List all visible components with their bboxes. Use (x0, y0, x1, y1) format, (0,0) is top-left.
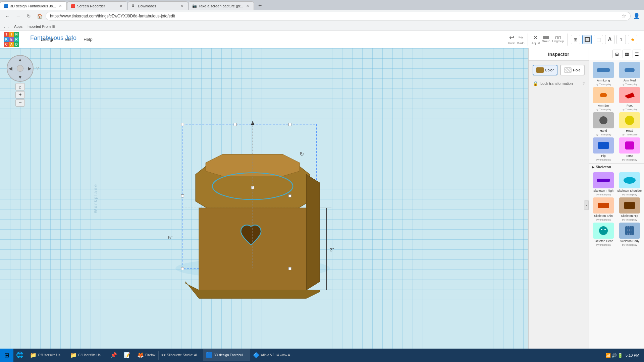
svg-marker-8 (306, 174, 320, 290)
shape-arm-long[interactable]: Arm Long by Tinkerplay (591, 62, 616, 86)
hole-label: Hole (573, 68, 581, 72)
tab-2-close[interactable]: × (118, 3, 124, 9)
tab-1[interactable]: 🟦 3D design Fantabulous Jo... × (0, 1, 67, 10)
favorites-icon[interactable]: 1 (616, 35, 626, 44)
text-icon[interactable]: A (605, 35, 614, 44)
ie-icon: 🌐 (16, 351, 23, 359)
shape-skeleton-shoulder[interactable]: Skeleton Shoulder by tinkerplay (617, 172, 642, 196)
svg-rect-35 (597, 68, 610, 72)
tab-1-close[interactable]: × (58, 3, 63, 9)
grid-view-icon[interactable]: ⊞ (571, 35, 580, 44)
ungroup-button[interactable]: Ungroup (552, 36, 564, 43)
tab-3-favicon: ⬇ (131, 4, 136, 8)
skeleton-section-header[interactable]: ▶ Skeleton (589, 163, 644, 170)
tab-4-close[interactable]: × (245, 3, 250, 9)
reload-button[interactable]: ↻ (24, 11, 34, 21)
zoom-out-button[interactable]: − (15, 99, 25, 107)
tab-3-close[interactable]: × (179, 3, 184, 9)
tinkercad-logo[interactable]: T I N K E R C A D (4, 32, 24, 47)
apps-label[interactable]: Apps (14, 24, 22, 28)
logo-n: N (14, 32, 19, 37)
undo-button[interactable]: ↩ Undo (508, 34, 515, 45)
zoom-in-button[interactable]: + (15, 91, 25, 99)
orbit-down[interactable]: ▼ (18, 74, 22, 80)
color-label: Color (545, 68, 554, 72)
logo-i: I (9, 32, 14, 37)
shape-skeleton-body[interactable]: Skeleton Body by tinkerplay (617, 223, 642, 246)
apps-icon[interactable]: ⋮⋮ (3, 24, 10, 28)
tab-4[interactable]: 📷 Take a screen capture (pr... × (189, 1, 254, 10)
lock-info-icon[interactable]: ? (583, 81, 585, 85)
shape-skeleton-hip[interactable]: Skeleton Hip by tinkerplay (617, 197, 642, 221)
shape-skeleton-head[interactable]: Skeleton Head by tinkerplay (591, 223, 616, 246)
group-button[interactable]: Group (542, 36, 550, 43)
shape-skeleton-shin[interactable]: Skeleton Shin by tinkerplay (591, 197, 616, 221)
shape-head[interactable]: Head by Tinkerplay (617, 112, 642, 136)
start-button[interactable]: ⊞ (0, 349, 13, 362)
new-tab-button[interactable]: + (256, 1, 264, 10)
hole-button[interactable]: Hole (560, 65, 585, 75)
star-shape-icon[interactable]: ★ (628, 35, 637, 44)
tab-3[interactable]: ⬇ Downloads × (128, 1, 188, 10)
svg-rect-40 (598, 142, 609, 149)
orbit-control[interactable]: ▲ ▼ ◀ ▶ (7, 55, 34, 82)
tab-2[interactable]: 🟥 Screen Recorder × (67, 1, 127, 10)
help-hint[interactable]: ? (36, 66, 39, 71)
taskbar-item-firefox[interactable]: 🦊 Firefox (135, 349, 158, 361)
wireframe-view-icon[interactable]: ⬚ (594, 35, 603, 44)
shape-hip[interactable]: Hip by tinkerplay (591, 137, 616, 161)
folder-icon-2: 📁 (70, 352, 77, 358)
svg-rect-41 (625, 141, 634, 149)
url-bar[interactable]: https://www.tinkercad.com/things/cEwGYXJ… (46, 12, 631, 20)
taskbar-item-afinia[interactable]: 🔷 Afinia V2.14 www.A... (250, 349, 296, 361)
taskbar-item-folder2[interactable]: 📁 C:\Users\ltc User\Dr... (67, 349, 108, 361)
redo-button[interactable]: ↪ Redo (517, 34, 525, 45)
shape-skeleton-thigh[interactable]: Skeleton Thigh by tinkerplay (591, 172, 616, 196)
shape-foot[interactable]: Foot by Tinkerplay (617, 87, 642, 111)
forward-button[interactable]: → (13, 11, 23, 21)
shape-arm-med[interactable]: Arm Med by Tinkerplay (617, 62, 642, 86)
solid-view-icon[interactable]: 🔲 (582, 35, 592, 44)
inspector-content: Color Hole 🔒 Lock transformation ? (529, 61, 589, 92)
tab-2-favicon: 🟥 (71, 4, 75, 8)
adjust-button[interactable]: ✕ Adjust (531, 34, 540, 45)
orbit-left[interactable]: ◀ (9, 66, 12, 71)
shape-hand[interactable]: Hand by Tinkerplay (591, 112, 616, 136)
color-button[interactable]: Color (533, 65, 557, 75)
user-icon[interactable]: 👤 (632, 11, 641, 21)
clock[interactable]: 5:10 PM (624, 353, 641, 358)
back-button[interactable]: ← (3, 11, 12, 21)
taskbar-item-pin1[interactable]: 📌 (108, 349, 121, 361)
shape-arm-sm[interactable]: Arm Sm by Tinkerplay (591, 87, 616, 111)
bookmark-star[interactable]: ☆ (622, 13, 626, 19)
taskbar-item-ie[interactable]: 🌐 (13, 349, 27, 361)
windows-icon: ⊞ (4, 352, 9, 359)
svg-point-46 (599, 226, 608, 235)
project-title: Fantabulous Jofo (30, 35, 76, 42)
network-icon[interactable]: 📶 (605, 353, 611, 358)
panel-collapse-arrow[interactable]: › (584, 200, 589, 210)
taskbar-item-silhouette[interactable]: ✂ Silhouette Studio: Air... (159, 349, 203, 361)
volume-icon[interactable]: 🔊 (611, 353, 617, 358)
shape-torso[interactable]: Torso by tinkerplay (617, 137, 642, 161)
list-view-icon[interactable]: ⊞ (612, 50, 621, 58)
home-button[interactable]: 🏠 (35, 11, 44, 21)
home-view-button[interactable]: ⌂ (15, 83, 25, 90)
detail-view-btn[interactable]: ☰ (633, 50, 641, 58)
orbit-center[interactable] (17, 65, 23, 72)
logo-r: R (14, 37, 19, 42)
battery-icon[interactable]: 🔋 (618, 353, 623, 358)
taskbar-item-folder1[interactable]: 📁 C:\Users\ltc User\Dr... (27, 349, 67, 361)
svg-rect-16 (234, 123, 236, 126)
pin-icon: 📌 (110, 352, 117, 358)
grid-view-btn[interactable]: ▦ (623, 50, 631, 58)
orbit-right[interactable]: ▶ (28, 66, 32, 71)
tab-1-title: 3D design Fantabulous Jo... (10, 4, 56, 8)
help-menu[interactable]: Help (79, 35, 97, 44)
skeleton-shapes-grid: Skeleton Thigh by tinkerplay Skeleton Sh… (589, 170, 644, 248)
taskbar-item-notepad[interactable]: 📝 (121, 349, 135, 361)
canvas-area: Workplane (0, 48, 528, 362)
orbit-up[interactable]: ▲ (18, 57, 22, 62)
imported-from-ie[interactable]: Imported From IE (26, 24, 55, 28)
taskbar-item-tinkercad[interactable]: 🟦 3D design Fantabulo... (203, 349, 250, 361)
